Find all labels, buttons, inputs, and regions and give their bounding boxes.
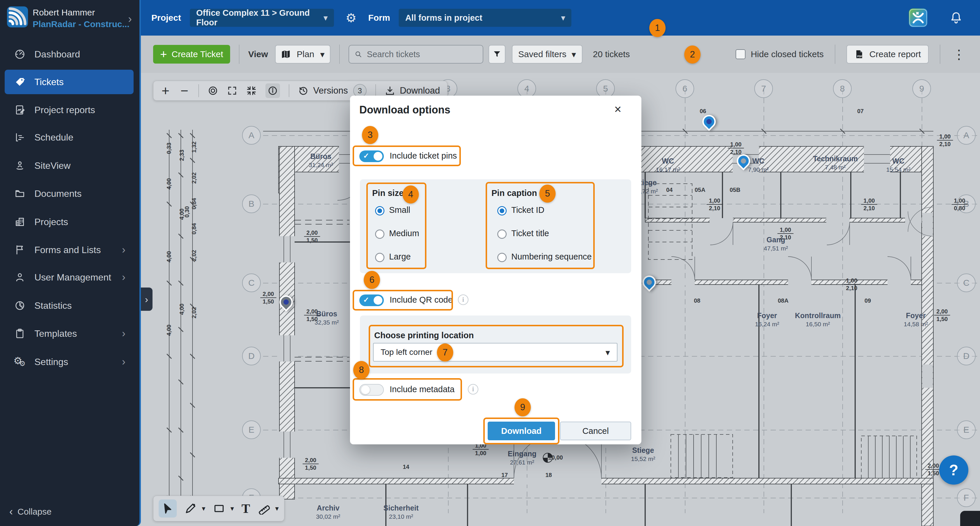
form-label: Form [368, 13, 390, 23]
chat-widget-corner[interactable] [960, 511, 980, 526]
user-menu-chevron-icon[interactable]: › [128, 13, 132, 25]
projects-icon [14, 216, 25, 228]
planradar-logo-icon[interactable] [7, 6, 28, 27]
chevron-right-icon: › [122, 244, 126, 256]
measure-tool-button[interactable] [258, 502, 270, 515]
chevron-down-icon: ▾ [572, 49, 576, 59]
chevron-down-icon[interactable]: ▾ [275, 504, 278, 513]
pin-caption-ticket-title-radio[interactable] [497, 229, 507, 239]
plan-info-button[interactable] [266, 83, 280, 98]
collapse-sidebar-button[interactable]: ‹ Collapse [10, 505, 52, 518]
info-icon [267, 86, 278, 96]
tickets-icon [14, 76, 25, 88]
search-input[interactable] [366, 49, 477, 59]
check-icon: ✓ [363, 296, 369, 304]
view-mode-dropdown[interactable]: Plan ▾ [275, 45, 331, 64]
divider [940, 44, 940, 64]
modal-download-button[interactable]: Download [488, 422, 555, 440]
help-button[interactable]: ? [939, 455, 968, 485]
pin-size-small-radio[interactable] [375, 206, 384, 216]
chevron-down-icon[interactable]: ▾ [202, 504, 205, 513]
printing-location-select[interactable]: Top left corner ▾ [373, 343, 617, 362]
pen-icon [185, 502, 197, 515]
annotation-toolbar: ▾ ▾ T ▾ [153, 496, 285, 521]
pin-caption-ticket-id-radio[interactable] [497, 206, 507, 216]
project-dropdown[interactable]: Office Complex 11 > Ground Floor ▾ [190, 9, 334, 27]
project-settings-gear-icon[interactable]: ⚙ [344, 11, 358, 25]
tickets-toolbar: + Create Ticket View Plan ▾ Saved filter… [141, 36, 980, 73]
notifications-bell-icon[interactable] [949, 11, 963, 25]
pen-tool-button[interactable] [185, 502, 197, 515]
sidebar-item-dashboard[interactable]: Dashboard [5, 42, 134, 67]
check-icon: ✓ [363, 152, 369, 160]
include-ticket-pins-label: Include ticket pins [390, 151, 457, 161]
sidebar-item-statistics[interactable]: Statistics [5, 293, 134, 318]
sidebar-item-documents[interactable]: Documents [5, 181, 134, 206]
focus-target-icon[interactable] [208, 86, 218, 96]
divider [239, 44, 239, 64]
divider [835, 44, 835, 64]
sidebar-item-schedule[interactable]: Schedule [5, 125, 134, 149]
chevron-right-icon: › [122, 271, 126, 283]
form-dropdown[interactable]: All forms in project ▾ [399, 9, 571, 27]
statistics-icon [14, 300, 25, 311]
expand-panel-tab[interactable]: › [141, 288, 153, 311]
metadata-info-icon[interactable]: i [468, 384, 478, 394]
ticket-pin[interactable] [643, 275, 659, 296]
sidebar-item-project-reports[interactable]: Project reports [5, 98, 134, 122]
shape-tool-button[interactable] [213, 502, 225, 515]
sidebar-item-forms-and-lists[interactable]: Forms and Lists › [5, 238, 134, 262]
modal-title: Download options [360, 104, 450, 116]
sidebar-item-user-management[interactable]: User Management › [5, 265, 134, 289]
create-report-button[interactable]: PDF Create report [846, 45, 929, 64]
ticket-pin[interactable] [279, 296, 296, 316]
include-qr-code-label: Include QR code [390, 295, 453, 305]
include-metadata-label: Include metadata [390, 385, 454, 394]
sidebar-item-projects[interactable]: Projects [5, 210, 134, 234]
include-ticket-pins-toggle[interactable]: ✓ [360, 151, 384, 162]
templates-icon [14, 328, 25, 339]
modal-cancel-button[interactable]: Cancel [560, 422, 631, 440]
zoom-in-button[interactable]: + [161, 84, 171, 97]
include-metadata-toggle[interactable] [360, 384, 384, 396]
svg-text:PDF: PDF [857, 55, 862, 58]
fullscreen-collapse-icon[interactable] [246, 86, 257, 96]
divider [339, 44, 340, 64]
zoom-out-button[interactable]: − [180, 84, 189, 97]
close-icon[interactable]: × [612, 102, 623, 117]
printing-location-label: Choose printing location [374, 331, 474, 340]
map-icon [281, 49, 291, 59]
divider [375, 84, 376, 97]
ticket-pin[interactable] [737, 154, 753, 175]
more-options-kebab-icon[interactable]: ⋮ [951, 47, 967, 62]
sidebar-item-templates[interactable]: Templates › [5, 321, 134, 346]
select-tool-button[interactable] [159, 499, 177, 518]
text-tool-button[interactable]: T [242, 501, 250, 516]
hide-closed-checkbox[interactable] [736, 49, 746, 59]
dashboard-icon [14, 48, 25, 60]
pin-size-medium-radio[interactable] [375, 229, 384, 239]
include-qr-code-toggle[interactable]: ✓ [360, 294, 384, 306]
filter-button[interactable] [488, 45, 506, 64]
history-icon [298, 86, 309, 96]
funnel-icon [493, 50, 501, 59]
sidebar-item-settings[interactable]: ⚙⚙ Settings › [5, 350, 134, 374]
search-box [348, 45, 483, 64]
pin-icon [699, 112, 718, 131]
pdf-file-icon: PDF [854, 49, 864, 59]
plan-download-button[interactable]: Download [385, 86, 440, 96]
sidebar-item-siteview[interactable]: SiteView [5, 153, 134, 178]
qr-info-icon[interactable]: i [458, 294, 468, 305]
documents-icon [14, 188, 25, 199]
create-ticket-button[interactable]: + Create Ticket [153, 45, 230, 64]
chevron-down-icon[interactable]: ▾ [231, 504, 234, 513]
fullscreen-expand-icon[interactable] [227, 86, 237, 96]
pin-caption-numbering-radio[interactable] [497, 253, 507, 262]
app-switcher-icon[interactable] [909, 8, 928, 27]
project-reports-icon [14, 104, 25, 116]
pin-size-large-radio[interactable] [375, 253, 384, 262]
ticket-pin[interactable] [702, 115, 719, 135]
saved-filters-dropdown[interactable]: Saved filters ▾ [512, 45, 582, 64]
user-name: Robert Hammer [33, 8, 95, 17]
sidebar-item-tickets[interactable]: Tickets [5, 70, 134, 94]
